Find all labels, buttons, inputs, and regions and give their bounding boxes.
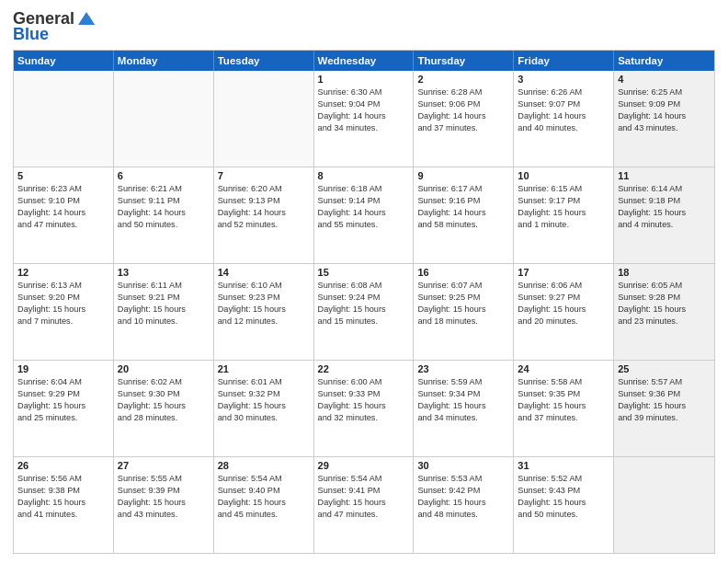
cell-text-line: Sunrise: 6:25 AM <box>618 86 711 98</box>
cal-cell-2-1: 5Sunrise: 6:23 AMSunset: 9:10 PMDaylight… <box>14 167 114 263</box>
cal-header-thursday: Thursday <box>414 51 514 71</box>
cell-text-line: Sunset: 9:38 PM <box>17 485 109 497</box>
cell-text-line: and 45 minutes. <box>218 509 310 521</box>
cell-text-line: and 37 minutes. <box>518 412 609 424</box>
cell-text-line: Daylight: 14 hours <box>17 207 109 219</box>
cell-text-line: Sunrise: 6:07 AM <box>417 280 509 292</box>
cell-text-line: and 4 minutes. <box>618 219 711 231</box>
cal-week-5: 26Sunrise: 5:56 AMSunset: 9:38 PMDayligh… <box>14 457 714 553</box>
cal-cell-2-4: 8Sunrise: 6:18 AMSunset: 9:14 PMDaylight… <box>314 167 415 263</box>
cell-text-line: Sunset: 9:23 PM <box>218 292 310 304</box>
cell-text-line: Sunrise: 6:20 AM <box>218 183 310 195</box>
day-number: 31 <box>518 460 609 471</box>
cell-text-line: Sunset: 9:07 PM <box>518 98 609 110</box>
cell-text-line: Daylight: 15 hours <box>118 497 210 509</box>
cell-text-line: Sunrise: 6:02 AM <box>118 376 210 388</box>
cell-text-line: Sunrise: 6:10 AM <box>218 280 310 292</box>
cell-text-line: Sunrise: 6:05 AM <box>618 280 711 292</box>
cell-text-line: and 39 minutes. <box>618 412 711 424</box>
day-number: 24 <box>518 363 609 374</box>
cell-text-line: Sunset: 9:11 PM <box>118 195 210 207</box>
cell-text-line: Sunset: 9:18 PM <box>618 195 711 207</box>
cal-cell-5-4: 29Sunrise: 5:54 AMSunset: 9:41 PMDayligh… <box>314 457 415 553</box>
day-number: 11 <box>618 170 711 181</box>
cell-text-line: and 41 minutes. <box>17 509 109 521</box>
cal-cell-2-7: 11Sunrise: 6:14 AMSunset: 9:18 PMDayligh… <box>614 167 714 263</box>
cal-cell-4-3: 21Sunrise: 6:01 AMSunset: 9:32 PMDayligh… <box>214 361 314 456</box>
cell-text-line: Sunrise: 6:28 AM <box>417 86 509 98</box>
cell-text-line: and 12 minutes. <box>218 316 310 327</box>
cal-cell-5-5: 30Sunrise: 5:53 AMSunset: 9:42 PMDayligh… <box>414 457 514 553</box>
day-number: 4 <box>618 74 711 85</box>
cell-text-line: Daylight: 15 hours <box>318 400 410 412</box>
logo-icon <box>76 10 97 27</box>
cell-text-line: Sunset: 9:16 PM <box>417 195 509 207</box>
cell-text-line: Sunrise: 6:23 AM <box>17 183 109 195</box>
cell-text-line: and 52 minutes. <box>218 219 310 231</box>
cal-header-tuesday: Tuesday <box>214 51 314 71</box>
cell-text-line: Sunrise: 5:57 AM <box>618 376 711 388</box>
cal-cell-2-6: 10Sunrise: 6:15 AMSunset: 9:17 PMDayligh… <box>514 167 614 263</box>
cell-text-line: Sunset: 9:06 PM <box>417 98 509 110</box>
cal-cell-4-4: 22Sunrise: 6:00 AMSunset: 9:33 PMDayligh… <box>314 361 415 456</box>
cell-text-line: Daylight: 14 hours <box>618 110 711 122</box>
cell-text-line: Daylight: 15 hours <box>518 207 609 219</box>
cal-cell-4-6: 24Sunrise: 5:58 AMSunset: 9:35 PMDayligh… <box>514 361 614 456</box>
cell-text-line: and 32 minutes. <box>318 412 410 424</box>
cell-text-line: and 50 minutes. <box>518 509 609 521</box>
cell-text-line: and 30 minutes. <box>218 412 310 424</box>
logo: General Blue <box>13 9 97 44</box>
cell-text-line: Daylight: 15 hours <box>618 400 711 412</box>
day-number: 15 <box>318 267 410 278</box>
cell-text-line: Sunrise: 6:06 AM <box>518 280 609 292</box>
cell-text-line: Sunrise: 6:11 AM <box>118 280 210 292</box>
cell-text-line: and 47 minutes. <box>17 219 109 231</box>
cell-text-line: Sunrise: 6:21 AM <box>118 183 210 195</box>
cell-text-line: Sunrise: 5:54 AM <box>218 473 310 485</box>
cal-header-saturday: Saturday <box>614 51 714 71</box>
cal-cell-3-7: 18Sunrise: 6:05 AMSunset: 9:28 PMDayligh… <box>614 264 714 360</box>
cell-text-line: and 48 minutes. <box>417 509 509 521</box>
cell-text-line: Sunrise: 5:56 AM <box>17 473 109 485</box>
cell-text-line: Daylight: 15 hours <box>417 304 509 316</box>
day-number: 25 <box>618 363 711 374</box>
cell-text-line: and 34 minutes. <box>318 122 410 134</box>
cell-text-line: and 50 minutes. <box>118 219 210 231</box>
cell-text-line: Sunrise: 6:00 AM <box>318 376 410 388</box>
cal-week-3: 12Sunrise: 6:13 AMSunset: 9:20 PMDayligh… <box>14 264 714 361</box>
calendar: SundayMondayTuesdayWednesdayThursdayFrid… <box>13 50 715 554</box>
cal-cell-4-2: 20Sunrise: 6:02 AMSunset: 9:30 PMDayligh… <box>114 361 214 456</box>
cal-header-friday: Friday <box>514 51 614 71</box>
day-number: 1 <box>318 74 410 85</box>
cal-header-sunday: Sunday <box>14 51 114 71</box>
day-number: 9 <box>417 170 509 181</box>
cell-text-line: and 18 minutes. <box>417 316 509 327</box>
cell-text-line: Daylight: 15 hours <box>218 497 310 509</box>
calendar-body: 1Sunrise: 6:30 AMSunset: 9:04 PMDaylight… <box>14 71 714 553</box>
cell-text-line: Sunset: 9:40 PM <box>218 485 310 497</box>
cal-cell-4-1: 19Sunrise: 6:04 AMSunset: 9:29 PMDayligh… <box>14 361 114 456</box>
cell-text-line: Daylight: 15 hours <box>17 400 109 412</box>
cell-text-line: Sunset: 9:09 PM <box>618 98 711 110</box>
cell-text-line: Sunset: 9:20 PM <box>17 292 109 304</box>
day-number: 13 <box>118 267 210 278</box>
cell-text-line: Sunrise: 5:55 AM <box>118 473 210 485</box>
cell-text-line: Sunset: 9:24 PM <box>318 292 410 304</box>
cell-text-line: Sunset: 9:27 PM <box>518 292 609 304</box>
day-number: 3 <box>518 74 609 85</box>
day-number: 22 <box>318 363 410 374</box>
cell-text-line: Daylight: 15 hours <box>17 497 109 509</box>
cell-text-line: Sunrise: 5:59 AM <box>417 376 509 388</box>
cal-cell-5-1: 26Sunrise: 5:56 AMSunset: 9:38 PMDayligh… <box>14 457 114 553</box>
cell-text-line: Sunset: 9:41 PM <box>318 485 410 497</box>
cal-cell-3-3: 14Sunrise: 6:10 AMSunset: 9:23 PMDayligh… <box>214 264 314 360</box>
cell-text-line: Sunrise: 6:30 AM <box>318 86 410 98</box>
cell-text-line: and 10 minutes. <box>118 316 210 327</box>
day-number: 6 <box>118 170 210 181</box>
day-number: 5 <box>17 170 109 181</box>
cal-cell-1-3 <box>214 71 314 167</box>
cell-text-line: Sunrise: 5:54 AM <box>318 473 410 485</box>
cell-text-line: and 47 minutes. <box>318 509 410 521</box>
cal-cell-3-2: 13Sunrise: 6:11 AMSunset: 9:21 PMDayligh… <box>114 264 214 360</box>
cal-cell-1-6: 3Sunrise: 6:26 AMSunset: 9:07 PMDaylight… <box>514 71 614 167</box>
